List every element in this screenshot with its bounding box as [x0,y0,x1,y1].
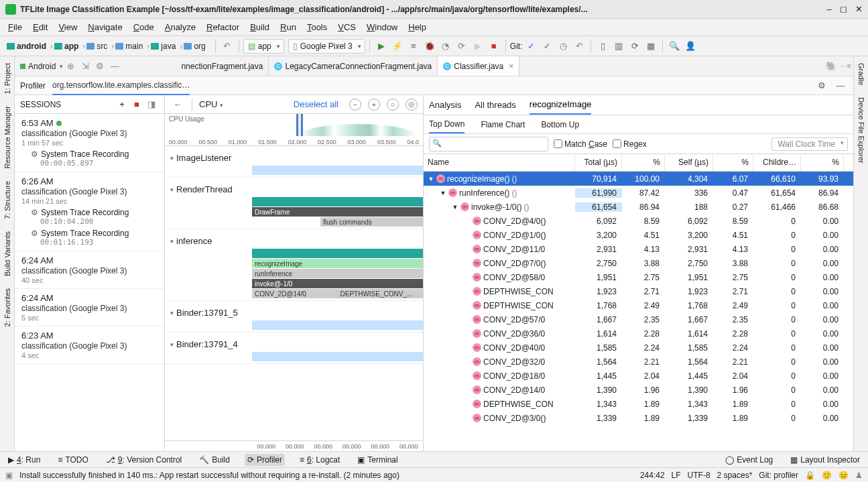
menu-analyze[interactable]: Analyze [161,21,200,34]
gear-icon[interactable]: ⚙ [92,59,107,74]
zoom-reset-icon[interactable]: ○ [387,99,399,111]
attach-icon[interactable]: ⟳ [454,39,469,54]
breadcrumb-item[interactable]: main [113,40,148,52]
tab-close-icon[interactable]: × [509,62,513,71]
thread-row[interactable]: ▾ inferencerecognizeImagerunInferenceinv… [165,229,423,301]
analysis-search-input[interactable] [429,137,548,152]
menu-file[interactable]: File [4,21,26,34]
regex-checkbox[interactable]: Regex [613,139,647,149]
session-item[interactable]: 6:24 AMclassification (Google Pixel 3)5 … [15,289,164,326]
session-item[interactable]: 6:26 AMclassification (Google Pixel 3)14… [15,172,164,251]
menu-edit[interactable]: Edit [29,21,52,34]
status-toggle-icon[interactable]: ▣ [5,471,13,480]
profile-icon[interactable]: ◔ [438,39,453,54]
table-row[interactable]: mDEPTHWISE_CON1,3431.891,3431.8900.00 [424,397,853,411]
session-stop-icon[interactable]: ■ [129,97,144,112]
bottom-tool-logcat[interactable]: ≡6: Logcat [297,454,343,466]
bottom-tool-eventlog[interactable]: ◯Event Log [723,454,776,466]
thread-row[interactable]: ▾ RenderThreadDrawFrameflush commands [165,178,423,229]
step-icon[interactable]: ▶ [471,39,485,54]
bottom-tool-run[interactable]: ▶4: Run [5,454,43,466]
tool-tab----project[interactable]: 1: Project [2,59,13,98]
status-charset[interactable]: UTF-8 [688,471,710,480]
thread-row[interactable]: ▾ Binder:13791_4 [165,333,423,364]
coverage-icon[interactable]: ≡ [406,39,421,54]
debug-icon[interactable]: 🐞 [422,39,437,54]
maximize-icon[interactable]: ◻ [840,4,847,14]
table-row[interactable]: mCONV_2D@1/0()3,2004.513,2004.5100.00 [424,228,853,242]
breadcrumb-item[interactable]: java [148,40,181,52]
run-config-combo[interactable]: ▤app [243,39,284,54]
zoom-in-icon[interactable]: + [368,99,380,111]
profiler-process[interactable]: org.tensorflow.lite.examples.classific… [52,76,190,95]
table-row[interactable]: mDEPTHWISE_CON1,9232.711,9232.7100.00 [424,284,853,298]
session-add-icon[interactable]: + [115,97,129,112]
git-rollback-icon[interactable]: ↶ [572,39,586,54]
bottom-tool-profiler[interactable]: ⟳Profiler [245,454,285,466]
breadcrumb-item[interactable]: app [52,40,84,52]
tab-animal-icon[interactable]: 🐘 [824,59,839,74]
editor-tab[interactable]: CLegacyCameraConnectionFragment.java [269,56,438,76]
bottom-tool-versioncontrol[interactable]: ⎇9: Version Control [103,454,184,466]
target-icon[interactable]: ⊕ [63,59,78,74]
analysis-tab[interactable]: recognizeImage [530,95,592,115]
table-row[interactable]: mCONV_2D@36/01,6142.281,6142.2800.00 [424,326,853,341]
bottom-tool-build[interactable]: 🔨Build [196,454,233,466]
match-case-checkbox[interactable]: Match Case [554,139,607,149]
table-column-header[interactable]: Total (µs) [575,154,622,171]
table-row[interactable]: mDEPTHWISE_CON1,7682.491,7682.4900.00 [424,298,853,312]
menu-help[interactable]: Help [404,21,430,34]
git-commit-icon[interactable]: ✓ [540,39,554,54]
thread-row[interactable]: ▾ ImageListener [165,146,423,178]
hide-icon[interactable]: — [107,59,122,74]
editor-tab[interactable]: nnectionFragment.java [176,56,269,76]
thread-row[interactable]: ▾ Binder:13791_5 [165,301,423,333]
tool-tab-build-variants[interactable]: Build Variants [2,227,13,280]
status-git-branch[interactable]: Git: profiler [759,471,798,480]
zoom-fit-icon[interactable]: ◎ [406,99,418,111]
sdk-icon[interactable]: ▥ [611,39,626,54]
back-icon[interactable]: ↶ [220,39,235,54]
face-neutral-icon[interactable]: 😐 [839,471,849,480]
session-layout-icon[interactable]: ◨ [144,97,159,112]
analysis-tab[interactable]: All threads [475,96,515,114]
cpu-mode-combo[interactable]: CPU ▾ [199,99,223,109]
menu-run[interactable]: Run [276,21,300,34]
table-row[interactable]: ▼mrecognizeImage() ()70,914100.004,3046.… [424,172,853,186]
bottom-tool-layoutinspector[interactable]: ▦Layout Inspector [788,454,863,466]
cpu-usage-chart[interactable]: CPU Usage 00.00000.50001.00001.50002.000… [165,114,423,146]
analysis-tab[interactable]: Analysis [429,96,461,114]
table-row[interactable]: ▼minvoke@-1/0() ()61,65486.941880.2761,4… [424,200,853,214]
table-row[interactable]: mCONV_2D@11/02,9314.132,9314.1300.00 [424,242,853,256]
table-column-header[interactable]: Childre… [753,154,801,171]
table-column-header[interactable]: % [622,154,665,171]
menu-tools[interactable]: Tools [303,21,331,34]
expand-icon[interactable]: ⇲ [78,59,92,74]
status-caret-pos[interactable]: 244:42 [640,471,665,480]
breadcrumb-item[interactable]: android [4,40,52,52]
table-row[interactable]: mCONV_2D@40/01,5852.241,5852.2400.00 [424,341,853,355]
menu-build[interactable]: Build [246,21,273,34]
table-row[interactable]: mCONV_2D@4/0()6,0928.596,0928.5900.00 [424,214,853,228]
nav-target-combo[interactable]: Android▾ [20,62,63,71]
menu-refactor[interactable]: Refactor [202,21,243,34]
session-item[interactable]: 6:53 AM classification (Google Pixel 3)1… [15,114,164,172]
face-happy-icon[interactable]: 🙂 [822,471,832,480]
analysis-table-body[interactable]: ▼mrecognizeImage() ()70,914100.004,3046.… [424,172,853,451]
table-row[interactable]: ▼mrunInference() ()61,99087.423360.4761,… [424,186,853,200]
menu-window[interactable]: Window [363,21,401,34]
cpu-back-icon[interactable]: ← [170,97,185,112]
device-combo[interactable]: ▯Google Pixel 3 [288,39,365,54]
git-update-icon[interactable]: ✓ [523,39,538,54]
menu-code[interactable]: Code [129,21,158,34]
breadcrumb-item[interactable]: src [84,40,113,52]
menu-navigate[interactable]: Navigate [84,21,126,34]
analysis-subtab[interactable]: Bottom Up [541,117,579,133]
status-indent[interactable]: 2 spaces* [717,471,753,480]
analysis-subtab[interactable]: Top Down [429,116,464,133]
tool-tab----favorites[interactable]: 2: Favorites [2,284,13,330]
run-icon[interactable]: ▶ [374,39,389,54]
layout-icon[interactable]: ▦ [643,39,658,54]
table-column-header[interactable]: % [713,154,753,171]
tab-more-icon[interactable]: ⋯≡ [839,59,853,74]
